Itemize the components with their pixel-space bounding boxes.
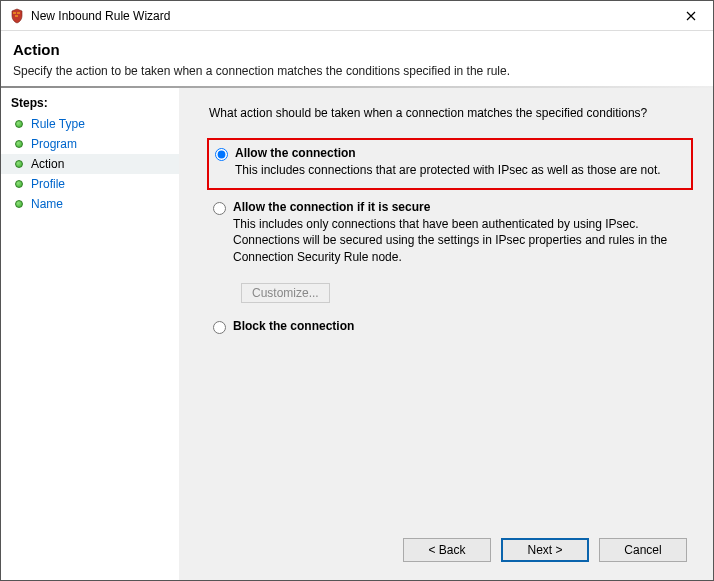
page-title: Action [13,41,701,58]
option-desc: This includes only connections that have… [233,216,687,265]
customize-button: Customize... [241,283,330,303]
step-label: Name [31,197,63,211]
bullet-icon [15,200,23,208]
step-label: Program [31,137,77,151]
window-title: New Inbound Rule Wizard [31,9,668,23]
bullet-icon [15,120,23,128]
option-desc: This includes connections that are prote… [235,162,685,178]
next-button[interactable]: Next > [501,538,589,562]
step-rule-type[interactable]: Rule Type [1,114,179,134]
action-question: What action should be taken when a conne… [209,106,693,120]
option-title: Allow the connection if it is secure [233,200,687,214]
radio-allow[interactable] [215,148,228,161]
titlebar: New Inbound Rule Wizard [1,1,713,31]
option-allow[interactable]: Allow the connection This includes conne… [207,138,693,190]
footer: < Back Next > Cancel [199,528,693,566]
body: Steps: Rule Type Program Action Profile … [1,88,713,580]
svg-rect-0 [13,12,16,14]
header: Action Specify the action to be taken wh… [1,31,713,86]
content-body: What action should be taken when a conne… [199,106,693,528]
step-action[interactable]: Action [1,154,179,174]
option-block[interactable]: Block the connection [207,313,693,347]
option-title: Allow the connection [235,146,685,160]
svg-rect-2 [15,15,18,17]
step-profile[interactable]: Profile [1,174,179,194]
step-name[interactable]: Name [1,194,179,214]
svg-rect-1 [17,12,20,14]
close-button[interactable] [668,1,713,31]
step-label: Rule Type [31,117,85,131]
option-group: Allow the connection This includes conne… [207,138,693,347]
back-button[interactable]: < Back [403,538,491,562]
steps-pane: Steps: Rule Type Program Action Profile … [1,88,179,580]
step-label: Action [31,157,64,171]
radio-allow-secure[interactable] [213,202,226,215]
steps-title: Steps: [1,94,179,114]
option-title: Block the connection [233,319,687,333]
bullet-icon [15,140,23,148]
step-label: Profile [31,177,65,191]
step-program[interactable]: Program [1,134,179,154]
content-pane: What action should be taken when a conne… [179,88,713,580]
wizard-window: New Inbound Rule Wizard Action Specify t… [0,0,714,581]
cancel-button[interactable]: Cancel [599,538,687,562]
firewall-icon [9,8,25,24]
page-subtitle: Specify the action to be taken when a co… [13,64,701,78]
bullet-icon [15,160,23,168]
radio-block[interactable] [213,321,226,334]
bullet-icon [15,180,23,188]
option-allow-secure[interactable]: Allow the connection if it is secure Thi… [207,194,693,275]
